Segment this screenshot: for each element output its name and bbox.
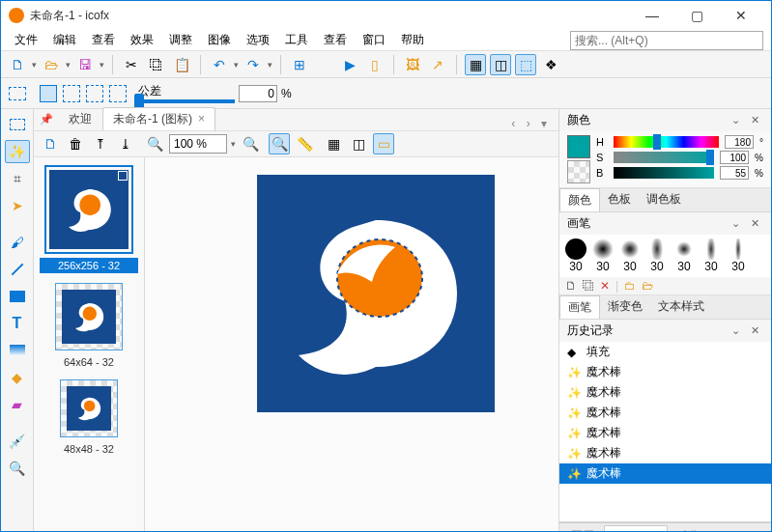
open-button[interactable]: 🗁	[41, 54, 62, 75]
panel-controls[interactable]: ⌄ ✕	[731, 114, 763, 126]
sat-slider[interactable]	[614, 152, 714, 163]
menu-options[interactable]: 选项	[239, 30, 277, 50]
dropdown-icon[interactable]: ▾	[32, 60, 37, 70]
tab-swatches[interactable]: 色板	[600, 188, 639, 211]
view-checker-button[interactable]: ◫	[348, 133, 369, 154]
hue-slider[interactable]	[614, 136, 719, 148]
paste-button[interactable]: 📋	[171, 54, 192, 75]
tab-textstyle[interactable]: 文本样式	[650, 295, 712, 319]
mode-new[interactable]	[40, 85, 57, 102]
close-icon[interactable]: ×	[198, 112, 205, 126]
tab-welcome[interactable]: 欢迎	[58, 107, 102, 130]
hue-input[interactable]	[725, 135, 754, 149]
apple-button[interactable]	[314, 54, 335, 75]
image-button[interactable]: 🖼	[402, 54, 423, 75]
mode-subtract[interactable]	[86, 85, 103, 102]
new-button[interactable]: 🗋	[7, 54, 28, 75]
grid-button[interactable]: ▦	[465, 54, 486, 75]
menu-tools[interactable]: 工具	[277, 30, 316, 50]
brush-preset[interactable]: 30	[672, 238, 697, 273]
dropdown-icon[interactable]: ▾	[234, 60, 239, 70]
copy-brush-button[interactable]: ⿻	[583, 279, 594, 293]
panel-controls[interactable]: ⌄ ✕	[731, 324, 763, 337]
fill-tool[interactable]: ◆	[5, 366, 30, 389]
thumb-item[interactable]: 256x256 - 32	[40, 165, 138, 273]
history-item[interactable]: ✨魔术棒	[559, 423, 771, 443]
brush-preset[interactable]: 30	[617, 238, 643, 273]
mobile-button[interactable]: ▯	[364, 54, 386, 75]
view-zoom-button[interactable]: 🔍	[269, 133, 290, 154]
select-button[interactable]: ⬚	[515, 54, 536, 75]
minimize-button[interactable]: —	[630, 1, 674, 30]
redo-button[interactable]: ↷	[243, 54, 264, 75]
gradient-tool[interactable]	[5, 339, 30, 362]
menu-file[interactable]: 文件	[7, 30, 45, 50]
text-tool[interactable]: T	[5, 312, 30, 335]
view-ruler-button[interactable]: 📏	[294, 133, 315, 154]
sat-input[interactable]	[720, 151, 749, 164]
delete-button[interactable]: 🗑	[65, 133, 86, 154]
line-tool[interactable]	[5, 258, 30, 281]
delete-brush-button[interactable]: ✕	[600, 279, 610, 293]
history-item[interactable]: ✨魔术棒	[559, 382, 771, 403]
zoom-select[interactable]	[169, 134, 227, 154]
eraser-tool[interactable]: ▰	[5, 393, 30, 416]
tolerance-slider[interactable]	[138, 99, 235, 103]
mode-intersect[interactable]	[109, 85, 127, 102]
zoom-out-button[interactable]: 🔍	[144, 133, 165, 154]
menu-edit[interactable]: 编辑	[45, 30, 84, 50]
add-button[interactable]: 🗋	[40, 133, 61, 154]
save-button[interactable]: 🖫	[74, 54, 96, 75]
new-brush-button[interactable]: 🗋	[565, 279, 577, 293]
panel-controls[interactable]: ⌄ ✕	[731, 217, 763, 230]
brush-preset[interactable]: 30	[644, 238, 670, 273]
background-swatch[interactable]	[567, 160, 590, 183]
dropdown-icon[interactable]: ▾	[268, 60, 272, 70]
dropdown-icon[interactable]: ▾	[100, 60, 104, 70]
history-item[interactable]: ✨魔术棒	[559, 443, 771, 463]
history-item[interactable]: ✨魔术棒	[559, 463, 771, 484]
menu-view2[interactable]: 查看	[316, 30, 355, 50]
brush-preset[interactable]: 30	[590, 238, 615, 273]
rect-tool[interactable]	[5, 285, 30, 308]
zoom-tool[interactable]: 🔍	[5, 457, 30, 480]
canvas[interactable]	[257, 175, 495, 412]
thumb-item[interactable]: 64x64 - 32	[40, 283, 138, 370]
menu-adjust[interactable]: 调整	[161, 30, 200, 50]
tab-color[interactable]: 颜色	[559, 188, 600, 211]
menu-help[interactable]: 帮助	[393, 30, 432, 50]
tolerance-input[interactable]	[239, 85, 277, 102]
slider-thumb[interactable]	[653, 134, 661, 150]
dropdown-icon[interactable]: ▾	[231, 139, 236, 149]
rect-select-tool[interactable]	[5, 113, 30, 136]
canvas-area[interactable]	[145, 157, 558, 532]
folder-brush-button[interactable]: 🗀	[624, 279, 636, 293]
android-button[interactable]: ▶	[339, 54, 360, 75]
layers-button[interactable]: ❖	[540, 54, 561, 75]
foreground-swatch[interactable]	[567, 135, 590, 158]
menu-window[interactable]: 窗口	[355, 30, 393, 50]
dropdown-icon[interactable]: ▾	[66, 60, 71, 70]
view-outline-button[interactable]: ▭	[373, 133, 394, 154]
undo-button[interactable]: ↶	[209, 54, 230, 75]
bri-input[interactable]	[720, 166, 749, 180]
cursor-button[interactable]: ↗	[427, 54, 448, 75]
export-button[interactable]: ⤓	[115, 133, 136, 154]
close-button[interactable]: ✕	[719, 1, 763, 30]
mode-add[interactable]	[63, 85, 80, 102]
menu-effects[interactable]: 效果	[123, 30, 161, 50]
brush-preset[interactable]: 30	[726, 238, 751, 273]
brush-preset[interactable]: 30	[699, 238, 724, 273]
save-brush-button[interactable]: 🗁	[642, 279, 653, 293]
import-button[interactable]: ⤒	[90, 133, 111, 154]
slider-thumb[interactable]	[706, 150, 714, 165]
cut-button[interactable]: ✂	[121, 54, 142, 75]
tab-layers[interactable]: 图层	[563, 525, 602, 532]
history-item[interactable]: ✨魔术棒	[559, 403, 771, 423]
windows-button[interactable]: ⊞	[289, 54, 310, 75]
tab-actions[interactable]: 动作	[670, 525, 708, 532]
tab-gradient[interactable]: 渐变色	[600, 295, 650, 319]
search-input[interactable]	[570, 31, 763, 50]
history-item[interactable]: ◆填充	[559, 342, 771, 362]
selection-crop-button[interactable]	[7, 83, 28, 104]
